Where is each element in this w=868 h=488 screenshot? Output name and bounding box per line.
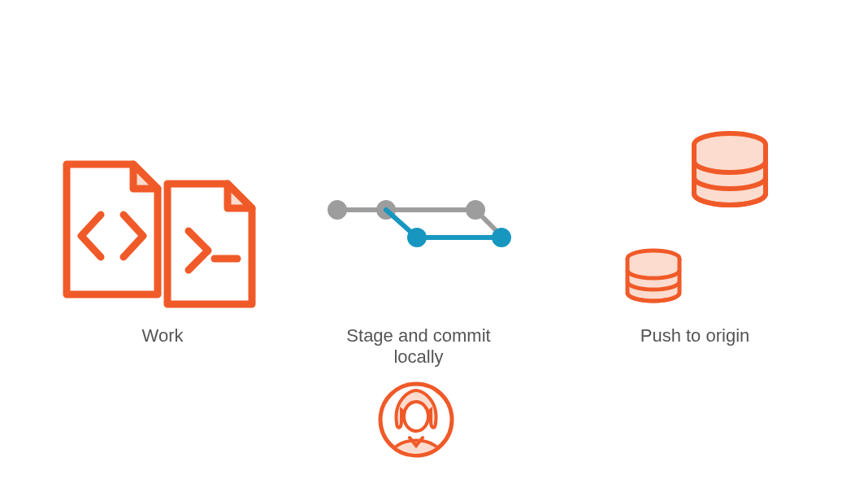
git-workflow-diagram: Work Stage and commit locally Push to or… [0,0,868,488]
git-branch-icon [321,195,516,252]
svg-point-10 [494,230,509,245]
svg-point-9 [410,230,424,245]
code-files-icon [57,155,260,309]
step-work [57,155,268,309]
person-avatar-icon [377,381,455,459]
user-avatar [377,381,455,459]
svg-point-15 [404,402,428,431]
step-push-label: Push to origin [601,325,788,346]
step-commit-label: Stage and commit locally [321,325,516,368]
step-push [601,130,788,317]
step-work-label: Work [57,325,268,346]
svg-point-6 [468,203,483,217]
databases-icon [601,130,788,317]
svg-point-4 [330,203,345,217]
step-commit [321,195,516,252]
